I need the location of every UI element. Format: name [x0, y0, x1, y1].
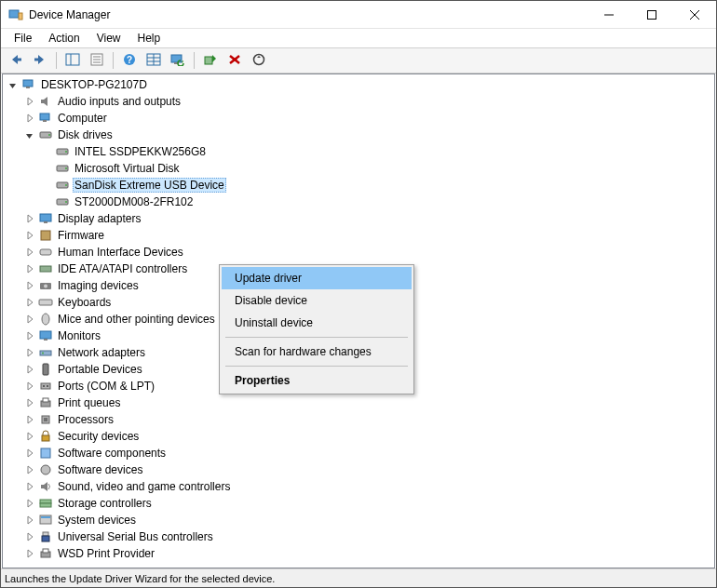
device-manager-window: Device Manager FileActionViewHelp ? DESK… [0, 0, 717, 588]
minimize-button[interactable] [588, 1, 630, 28]
menu-help[interactable]: Help [130, 30, 169, 47]
chevron-right-icon[interactable] [23, 262, 36, 275]
tree-node-label: Imaging devices [56, 279, 141, 292]
toolbar-show-hide-tree-button[interactable] [61, 50, 84, 71]
svg-rect-22 [205, 57, 212, 64]
svg-rect-51 [40, 351, 51, 355]
disk-icon [55, 144, 70, 159]
chevron-right-icon[interactable] [23, 229, 36, 242]
tree-category-node[interactable]: Firmware [20, 227, 714, 244]
network-icon [38, 345, 53, 360]
chevron-right-icon[interactable] [23, 246, 36, 259]
chevron-right-icon[interactable] [23, 497, 36, 510]
chevron-right-icon[interactable] [23, 447, 36, 460]
chevron-right-icon[interactable] [23, 380, 36, 393]
tree-device-node[interactable]: SanDisk Extreme USB Device [36, 177, 714, 194]
device-tree-container[interactable]: DESKTOP-PG2107DAudio inputs and outputsC… [2, 74, 715, 568]
tree-category-node[interactable]: Audio inputs and outputs [20, 93, 714, 110]
svg-point-39 [65, 201, 67, 203]
tree-category-node[interactable]: Processors [20, 411, 714, 428]
tree-category-node[interactable]: Print queues [20, 394, 714, 411]
close-button[interactable] [673, 1, 716, 28]
chevron-right-icon[interactable] [23, 212, 36, 225]
tree-category-node[interactable]: Disk drives [20, 127, 714, 143]
toolbar-properties-button[interactable] [86, 50, 108, 71]
chevron-right-icon[interactable] [23, 396, 36, 409]
tree-device-node[interactable]: ST2000DM008-2FR102 [36, 194, 714, 210]
security-icon [38, 429, 53, 444]
chevron-right-icon[interactable] [23, 313, 36, 326]
toolbar-scan-hardware-button[interactable] [167, 50, 189, 71]
chevron-right-icon[interactable] [23, 363, 36, 376]
disk-icon [55, 161, 70, 176]
toolbar-help-button[interactable]: ? [118, 50, 141, 71]
svg-text:?: ? [127, 55, 132, 65]
toolbar-forward-button[interactable] [29, 50, 51, 71]
chevron-right-icon[interactable] [23, 329, 36, 342]
chevron-right-icon[interactable] [23, 112, 36, 125]
toolbar-update-driver-button[interactable] [248, 50, 270, 71]
tree-root-node[interactable]: DESKTOP-PG2107D [3, 76, 714, 93]
svg-rect-42 [41, 231, 50, 240]
context-menu-item-scan-for-hardware-changes[interactable]: Scan for hardware changes [222, 341, 412, 363]
tree-category-node[interactable]: Security devices [20, 428, 714, 445]
chevron-right-icon[interactable] [23, 480, 36, 493]
tree-category-node[interactable]: Human Interface Devices [20, 244, 714, 261]
tree-node-label: INTEL SSDPEKKW256G8 [73, 145, 208, 158]
chevron-right-icon[interactable] [23, 514, 36, 527]
tree-category-node[interactable]: Storage controllers [20, 495, 714, 512]
context-menu: Update driverDisable deviceUninstall dev… [219, 264, 414, 394]
chevron-right-icon[interactable] [23, 430, 36, 443]
chevron-right-icon[interactable] [23, 296, 36, 309]
maximize-button[interactable] [630, 1, 673, 28]
context-menu-item-uninstall-device[interactable]: Uninstall device [222, 312, 412, 334]
tree-category-node[interactable]: Computer [20, 110, 714, 127]
chevron-right-icon[interactable] [23, 547, 36, 560]
chevron-right-icon[interactable] [23, 413, 36, 426]
tree-node-label: Keyboards [56, 296, 113, 309]
tree-device-node[interactable]: Microsoft Virtual Disk [36, 160, 714, 177]
tree-node-label: Storage controllers [56, 497, 154, 510]
chevron-down-icon[interactable] [7, 78, 20, 91]
context-menu-separator [225, 366, 408, 367]
toolbar-enable-button[interactable] [199, 50, 222, 71]
svg-rect-54 [41, 383, 50, 389]
toolbar-show-hidden-button[interactable] [142, 50, 165, 71]
chevron-down-icon[interactable] [23, 128, 36, 141]
context-menu-item-properties[interactable]: Properties [222, 369, 412, 392]
toolbar-uninstall-button[interactable] [223, 50, 246, 71]
toolbar-back-button[interactable] [5, 50, 27, 71]
tree-category-node[interactable]: System devices [20, 512, 714, 528]
menu-file[interactable]: File [7, 30, 39, 47]
menu-view[interactable]: View [89, 30, 129, 47]
tree-category-node[interactable]: Software components [20, 445, 714, 461]
mouse-icon [38, 312, 53, 327]
tree-category-node[interactable]: Display adapters [20, 210, 714, 227]
context-menu-item-disable-device[interactable]: Disable device [222, 289, 412, 312]
tree-category-node[interactable]: Universal Serial Bus controllers [20, 528, 714, 545]
tree-node-label: Computer [56, 112, 109, 125]
chevron-right-icon[interactable] [23, 463, 36, 476]
chevron-right-icon[interactable] [23, 279, 36, 292]
tree-node-label: Processors [56, 413, 115, 426]
svg-rect-50 [44, 339, 47, 341]
context-menu-item-update-driver[interactable]: Update driver [222, 267, 412, 289]
tree-category-node[interactable]: WSD Print Provider [20, 545, 714, 562]
tree-device-node[interactable]: INTEL SSDPEKKW256G8 [36, 143, 714, 160]
tree-category-node[interactable]: Software devices [20, 461, 714, 478]
svg-point-55 [43, 385, 45, 387]
firmware-icon [38, 228, 53, 243]
tree-node-label: IDE ATA/ATAPI controllers [56, 262, 189, 275]
chevron-right-icon[interactable] [23, 346, 36, 359]
disk-icon [38, 127, 53, 142]
arrow-right-icon [33, 53, 47, 69]
menu-action[interactable]: Action [41, 30, 87, 47]
chevron-right-icon[interactable] [23, 530, 36, 543]
tree-category-node[interactable]: Sound, video and game controllers [20, 478, 714, 495]
minimize-icon [604, 10, 614, 20]
tree-node-label: SanDisk Extreme USB Device [73, 178, 226, 193]
chevron-right-icon[interactable] [23, 95, 36, 108]
disk-icon [55, 178, 70, 193]
tree-node-label: Mice and other pointing devices [56, 313, 217, 326]
remove-x-icon [227, 53, 242, 69]
